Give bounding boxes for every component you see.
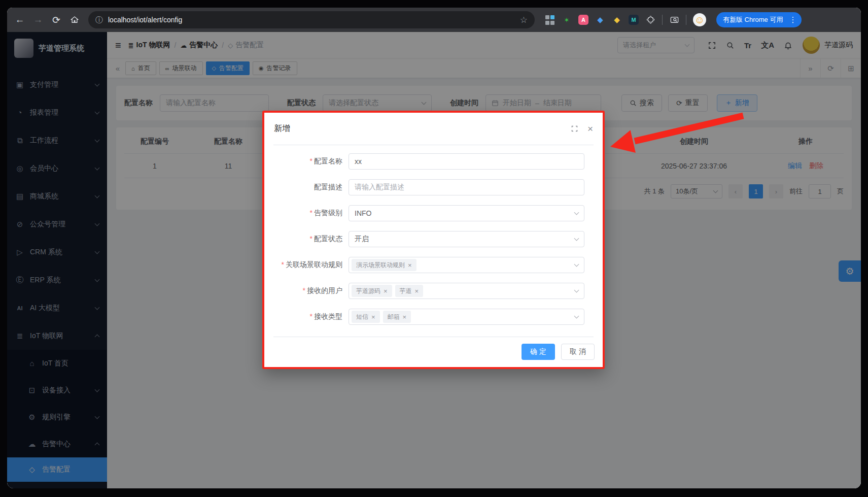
chevron-down-icon [574, 314, 579, 319]
dialog-footer: 确 定 取 消 [264, 337, 603, 367]
dialog-header: 新增 × [264, 113, 603, 145]
tag-close-icon[interactable]: × [403, 313, 407, 321]
extensions-puzzle-icon[interactable] [645, 15, 655, 25]
chrome-update-label: 有新版 Chrome 可用 [723, 15, 783, 24]
form-row-config-desc: 配置描述 请输入配置描述 [271, 179, 584, 195]
tag-label: 芋道 [400, 287, 412, 295]
chevron-down-icon [574, 262, 579, 267]
tag-label: 短信 [356, 313, 368, 321]
extension-star-icon[interactable]: ✶ [562, 15, 572, 25]
extension-lamp-icon[interactable]: ◆ [595, 15, 605, 25]
form-row-config-status: *配置状态 开启 [271, 231, 584, 247]
extension-icons: ✶ A ◆ ◆ M ☺ [541, 13, 710, 26]
dialog-title: 新增 [274, 123, 571, 134]
config-desc-input[interactable]: 请输入配置描述 [349, 179, 584, 195]
browser-window: ← → ⟳ ⓘ localhost/iot/alert/config ☆ ✶ A… [7, 8, 861, 488]
home-icon[interactable] [67, 12, 82, 27]
tag-close-icon[interactable]: × [384, 287, 388, 295]
form-row-config-name: *配置名称 xx [271, 153, 584, 170]
extension-m-icon[interactable]: M [629, 15, 639, 25]
reload-icon[interactable]: ⟳ [49, 12, 64, 27]
field-label: 接收的用户 [307, 286, 342, 294]
required-mark: * [310, 312, 313, 320]
form-row-alert-level: *告警级别 INFO [271, 205, 584, 221]
required-mark: * [310, 157, 313, 165]
required-mark: * [310, 209, 313, 217]
select-value: 开启 [355, 235, 369, 244]
selected-tag: 芋道源码× [352, 285, 392, 297]
form-row-scene-rule: *关联场景联动规则 演示场景联动规则× [271, 257, 584, 273]
extension-translate-icon[interactable]: A [578, 15, 588, 25]
screen-search-icon[interactable] [669, 15, 679, 25]
chrome-menu-icon[interactable]: ⋮ [787, 15, 798, 24]
field-label: 关联场景联动规则 [286, 260, 342, 269]
chevron-down-icon [574, 236, 579, 241]
site-info-icon[interactable]: ⓘ [95, 15, 103, 25]
field-label: 配置状态 [314, 235, 342, 243]
scene-rule-multiselect[interactable]: 演示场景联动规则× [349, 257, 584, 273]
selected-tag: 短信× [352, 311, 380, 323]
required-mark: * [303, 286, 305, 294]
input-value: xx [355, 157, 362, 165]
alert-level-select[interactable]: INFO [349, 205, 584, 221]
receive-users-multiselect[interactable]: 芋道源码× 芋道× [349, 283, 584, 299]
dialog-fullscreen-icon[interactable] [571, 125, 578, 132]
form-row-receive-users: *接收的用户 芋道源码× 芋道× [271, 283, 584, 299]
select-value: INFO [355, 209, 371, 217]
selected-tag: 演示场景联动规则× [352, 259, 416, 271]
field-label: 接收类型 [314, 312, 342, 320]
add-config-dialog: 新增 × *配置名称 xx 配置描述 请输入配置描述 [262, 111, 605, 369]
chrome-update-button[interactable]: 有新版 Chrome 可用 ⋮ [716, 12, 802, 27]
screenshot-canvas: ← → ⟳ ⓘ localhost/iot/alert/config ☆ ✶ A… [0, 0, 868, 497]
dialog-form: *配置名称 xx 配置描述 请输入配置描述 *告警级别 INFO *配置状态 [264, 145, 603, 337]
forward-icon[interactable]: → [30, 12, 46, 27]
selected-tag: 芋道× [395, 285, 424, 297]
url-text[interactable]: localhost/iot/alert/config [108, 16, 515, 24]
toolbar-divider [686, 15, 686, 25]
dialog-close-icon[interactable]: × [587, 123, 593, 135]
required-mark: * [282, 260, 284, 269]
url-bar[interactable]: ⓘ localhost/iot/alert/config ☆ [88, 11, 535, 28]
required-mark: * [310, 235, 313, 243]
chevron-down-icon [574, 210, 579, 215]
field-label: 告警级别 [314, 209, 342, 217]
field-label: 配置名称 [314, 157, 342, 165]
input-placeholder: 请输入配置描述 [355, 183, 404, 192]
config-status-select[interactable]: 开启 [349, 231, 584, 247]
form-row-receive-types: *接收类型 短信× 邮箱× [271, 309, 584, 325]
selected-tag: 邮箱× [383, 311, 411, 323]
chrome-profile-avatar[interactable]: ☺ [693, 13, 706, 26]
receive-types-multiselect[interactable]: 短信× 邮箱× [349, 309, 584, 325]
back-icon[interactable]: ← [12, 12, 27, 27]
app-page: 芋道管理系统 ▣ 支付管理 ◔ 报表管理 ⧉ 工作流程 ◎ 会员中心 [7, 32, 861, 488]
tag-close-icon[interactable]: × [371, 313, 375, 321]
tag-close-icon[interactable]: × [408, 261, 412, 269]
confirm-button[interactable]: 确 定 [522, 344, 555, 360]
extension-broom-icon[interactable]: ◆ [612, 15, 622, 25]
browser-toolbar: ← → ⟳ ⓘ localhost/iot/alert/config ☆ ✶ A… [7, 8, 861, 32]
toolbar-divider [662, 15, 663, 25]
tag-label: 芋道源码 [356, 287, 380, 295]
config-name-input[interactable]: xx [349, 153, 584, 170]
tag-label: 演示场景联动规则 [356, 261, 405, 270]
cancel-button[interactable]: 取 消 [561, 344, 595, 360]
chevron-down-icon [574, 288, 579, 293]
bookmark-star-icon[interactable]: ☆ [520, 15, 528, 25]
field-label: 配置描述 [314, 183, 342, 191]
tag-label: 邮箱 [388, 313, 400, 321]
extension-grid-icon[interactable] [545, 15, 555, 25]
tag-close-icon[interactable]: × [415, 287, 419, 295]
